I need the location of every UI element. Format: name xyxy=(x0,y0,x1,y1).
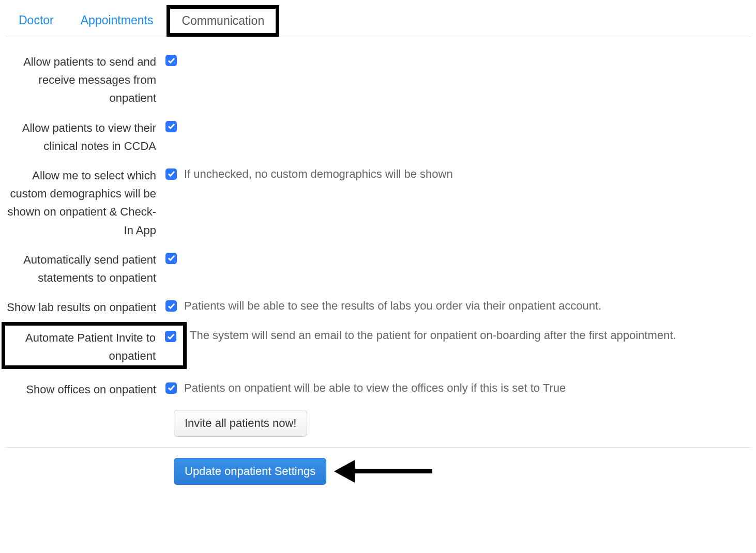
invite-all-patients-button[interactable]: Invite all patients now! xyxy=(174,410,307,437)
setting-label: Show offices on onpatient xyxy=(5,380,165,398)
check-icon xyxy=(168,384,175,392)
checkbox-automate-invite[interactable] xyxy=(165,331,176,342)
checkbox-allow-ccda[interactable] xyxy=(165,121,177,132)
setting-description xyxy=(181,119,751,120)
tab-bar: Doctor Appointments Communication xyxy=(5,5,751,37)
setting-description: The system will send an email to the pat… xyxy=(187,328,751,342)
setting-row-lab-results: Show lab results on onpatient Patients w… xyxy=(5,298,751,316)
setting-label: Automatically send patient statements to… xyxy=(5,251,165,287)
setting-row-show-offices: Show offices on onpatient Patients on on… xyxy=(5,380,751,398)
tab-communication[interactable]: Communication xyxy=(167,5,279,37)
setting-label: Allow patients to view their clinical no… xyxy=(5,119,165,155)
check-icon xyxy=(168,122,175,130)
setting-label: Automate Patient Invite to onpatient xyxy=(7,329,165,365)
setting-description: Patients will be able to see the results… xyxy=(181,298,751,313)
update-onpatient-settings-button[interactable]: Update onpatient Settings xyxy=(174,458,326,485)
check-icon xyxy=(167,333,175,341)
check-icon xyxy=(168,302,175,310)
update-button-row: Update onpatient Settings xyxy=(5,458,751,485)
divider xyxy=(5,447,751,448)
checkbox-show-offices[interactable] xyxy=(165,382,177,394)
setting-description xyxy=(181,53,751,54)
setting-label: Allow patients to send and receive messa… xyxy=(5,53,165,107)
tab-appointments[interactable]: Appointments xyxy=(67,5,167,37)
checkbox-auto-statements[interactable] xyxy=(165,253,177,264)
annotation-arrow-icon xyxy=(335,460,432,483)
setting-description: If unchecked, no custom demographics wil… xyxy=(181,166,751,181)
setting-description xyxy=(181,251,751,252)
setting-description: Patients on onpatient will be able to vi… xyxy=(181,380,751,395)
setting-row-allow-ccda: Allow patients to view their clinical no… xyxy=(5,119,751,155)
check-icon xyxy=(168,170,175,178)
setting-label: Allow me to select which custom demograp… xyxy=(5,166,165,239)
tab-doctor[interactable]: Doctor xyxy=(5,5,67,37)
check-icon xyxy=(168,254,175,262)
setting-label: Show lab results on onpatient xyxy=(5,298,165,316)
checkbox-lab-results[interactable] xyxy=(165,300,177,312)
checkbox-allow-messages[interactable] xyxy=(165,55,177,66)
setting-row-allow-messages: Allow patients to send and receive messa… xyxy=(5,53,751,107)
setting-row-automate-invite: Automate Patient Invite to onpatient The… xyxy=(5,328,751,368)
invite-button-row: Invite all patients now! xyxy=(5,410,751,437)
setting-row-auto-statements: Automatically send patient statements to… xyxy=(5,251,751,287)
checkbox-custom-demographics[interactable] xyxy=(165,168,177,180)
check-icon xyxy=(168,57,175,65)
settings-form: Allow patients to send and receive messa… xyxy=(5,53,751,485)
setting-row-custom-demographics: Allow me to select which custom demograp… xyxy=(5,166,751,239)
